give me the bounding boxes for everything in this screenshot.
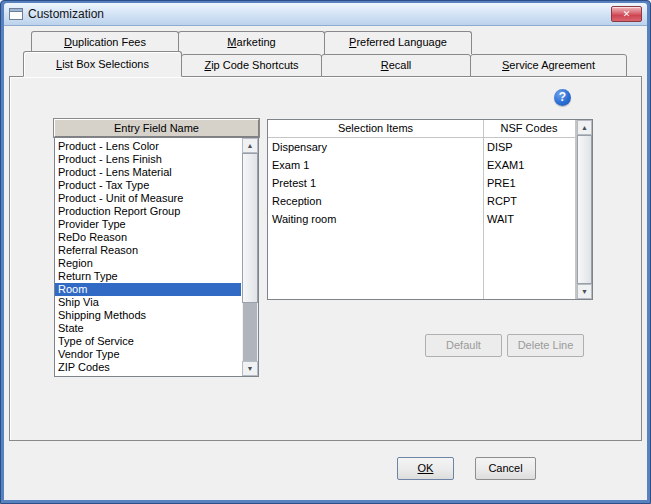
tab-row-back: Duplication Fees Marketing Preferred Lan… [31, 26, 647, 54]
window-icon-bar [10, 9, 22, 12]
list-item[interactable]: Product - Lens Material [55, 166, 241, 179]
tab-row-front: List Box Selections Zip Code Shortcuts R… [23, 54, 647, 77]
nsf-code-cell: PRE1 [483, 177, 575, 189]
list-item[interactable]: Product - Unit of Measure [55, 192, 241, 205]
list-item[interactable]: Provider Type [55, 218, 241, 231]
list-item[interactable]: Return Type [55, 270, 241, 283]
selection-items-table: Selection Items NSF Codes Dispensary DIS… [267, 119, 593, 300]
table-row[interactable]: Waiting room WAIT [268, 210, 576, 228]
list-item[interactable]: Product - Lens Finish [55, 153, 241, 166]
scroll-up-icon[interactable]: ▲ [577, 120, 592, 135]
tab-preferred-language[interactable]: Preferred Language [324, 31, 472, 54]
cancel-button-label: Cancel [488, 462, 522, 474]
list-item[interactable]: State [55, 322, 241, 335]
window-icon [9, 8, 23, 20]
window-title: Customization [28, 7, 104, 21]
list-item[interactable]: ZIP Codes [55, 361, 241, 374]
list-item[interactable]: Shipping Methods [55, 309, 241, 322]
tab-label: M [227, 36, 236, 48]
tab-panel: ? Entry Field Name Product - Lens Color … [9, 76, 642, 441]
table-scrollbar[interactable]: ▲ ▼ [576, 120, 592, 299]
selection-item-cell: Dispensary [268, 141, 483, 153]
list-item[interactable]: Type of Service [55, 335, 241, 348]
tab-label: ervice Agreement [509, 59, 595, 71]
scrollbar-thumb[interactable] [577, 135, 592, 284]
list-item[interactable]: Product - Tax Type [55, 179, 241, 192]
nsf-codes-header: NSF Codes [483, 120, 575, 137]
list-item[interactable]: Referral Reason [55, 244, 241, 257]
nsf-code-cell: RCPT [483, 195, 575, 207]
tab-recall[interactable]: Recall [321, 54, 471, 77]
arrow-up-icon: ▲ [247, 142, 254, 149]
list-item-selected[interactable]: Room [55, 283, 241, 296]
titlebar[interactable]: Customization ✕ [4, 3, 647, 26]
help-icon[interactable]: ? [554, 89, 571, 106]
arrow-up-icon: ▲ [581, 124, 588, 131]
help-glyph: ? [559, 90, 566, 104]
entry-field-listbox: Entry Field Name Product - Lens Color Pr… [54, 119, 259, 377]
selection-item-cell: Reception [268, 195, 483, 207]
tab-service-agreement[interactable]: Service Agreement [470, 54, 627, 77]
tab-marketing[interactable]: Marketing [178, 31, 325, 54]
nsf-code-cell: DISP [483, 141, 575, 153]
tab-label: R [381, 59, 389, 71]
table-row[interactable]: Exam 1 EXAM1 [268, 156, 576, 174]
list-scrollbar[interactable]: ▲ ▼ [242, 138, 258, 376]
list-item[interactable]: Ship Via [55, 296, 241, 309]
entry-field-name-header: Entry Field Name [54, 119, 259, 137]
list-item[interactable]: Production Report Group [55, 205, 241, 218]
table-row[interactable]: Pretest 1 PRE1 [268, 174, 576, 192]
list-item[interactable]: Vendor Type [55, 348, 241, 361]
dialog-body: Duplication Fees Marketing Preferred Lan… [4, 26, 647, 500]
nsf-code-cell: EXAM1 [483, 159, 575, 171]
ok-button-label: OK [418, 462, 434, 474]
arrow-down-icon: ▼ [247, 365, 254, 372]
close-button[interactable]: ✕ [611, 6, 642, 22]
scroll-down-icon[interactable]: ▼ [242, 361, 258, 376]
scrollbar-thumb[interactable] [242, 153, 258, 303]
close-icon: ✕ [623, 9, 631, 19]
scroll-down-icon[interactable]: ▼ [577, 284, 592, 299]
tab-list-box-selections[interactable]: List Box Selections [23, 51, 182, 77]
tab-zip-code-shortcuts[interactable]: Zip Code Shortcuts [181, 54, 322, 77]
ok-button[interactable]: OK [397, 457, 454, 480]
arrow-down-icon: ▼ [581, 288, 588, 295]
cancel-button[interactable]: Cancel [475, 457, 536, 480]
entry-field-list: Product - Lens Color Product - Lens Fini… [54, 137, 259, 377]
table-body: Dispensary DISP Exam 1 EXAM1 Pretest 1 P… [268, 138, 576, 228]
tab-label: uplication Fees [72, 36, 146, 48]
scrollbar-track[interactable] [243, 303, 257, 361]
tab-label: referred Language [356, 36, 447, 48]
list-item[interactable]: ReDo Reason [55, 231, 241, 244]
selection-items-header: Selection Items [268, 120, 483, 137]
tab-label: arketing [237, 36, 276, 48]
tab-label: ip Code Shortcuts [211, 59, 298, 71]
delete-line-button[interactable]: Delete Line [507, 334, 584, 357]
list-item[interactable]: Region [55, 257, 241, 270]
nsf-code-cell: WAIT [483, 213, 575, 225]
selection-item-cell: Waiting room [268, 213, 483, 225]
tab-label: ist Box Selections [62, 58, 149, 70]
selection-item-cell: Pretest 1 [268, 177, 483, 189]
table-row[interactable]: Reception RCPT [268, 192, 576, 210]
table-header-row: Selection Items NSF Codes [268, 120, 576, 138]
tab-label: ecall [389, 59, 412, 71]
list-item[interactable]: Product - Lens Color [55, 140, 241, 153]
default-button[interactable]: Default [425, 334, 502, 357]
scroll-up-icon[interactable]: ▲ [242, 138, 258, 153]
customization-dialog: Customization ✕ Duplication Fees Marketi… [0, 0, 651, 504]
tab-label: D [64, 36, 72, 48]
selection-item-cell: Exam 1 [268, 159, 483, 171]
table-row[interactable]: Dispensary DISP [268, 138, 576, 156]
